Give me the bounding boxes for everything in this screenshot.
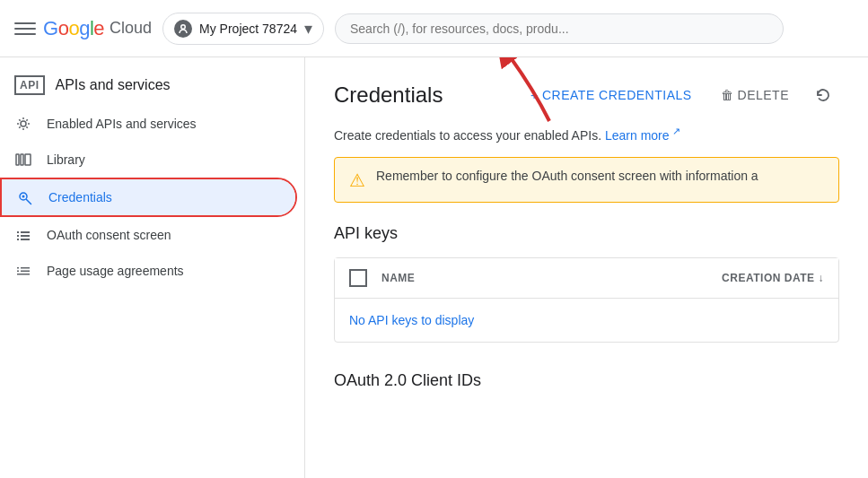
svg-rect-16: [17, 271, 19, 273]
project-icon: [174, 20, 192, 38]
sidebar-label-enabled-apis: Enabled APIs and services: [47, 117, 197, 131]
sidebar-header: API APIs and services: [0, 65, 304, 106]
sidebar: API APIs and services Enabled APIs and s…: [0, 57, 305, 478]
svg-rect-3: [16, 154, 19, 165]
library-icon: [14, 151, 32, 169]
google-cloud-logo[interactable]: Google Cloud: [43, 17, 152, 40]
api-badge: API: [14, 75, 45, 95]
api-keys-title: API keys: [334, 224, 839, 243]
project-name-label: My Project 78724: [199, 22, 297, 36]
sidebar-item-enabled-apis[interactable]: Enabled APIs and services: [0, 106, 297, 142]
col-name-header: Name: [381, 272, 722, 284]
warning-icon: ⚠: [349, 169, 365, 191]
create-credentials-button[interactable]: + CREATE CREDENTIALS: [520, 81, 703, 109]
svg-rect-8: [17, 231, 19, 233]
svg-rect-12: [17, 239, 19, 240]
sidebar-title: APIs and services: [56, 77, 171, 93]
table-select-all-checkbox[interactable]: [349, 269, 367, 287]
oauth-consent-icon: [14, 226, 32, 244]
project-dropdown-arrow: ▾: [304, 19, 312, 39]
sidebar-item-library[interactable]: Library: [0, 142, 297, 178]
svg-point-1: [182, 25, 185, 28]
header: Google Cloud My Project 78724 ▾: [0, 0, 868, 57]
sort-arrow-icon[interactable]: ↓: [819, 272, 825, 284]
logo-letter-g: G: [43, 17, 58, 39]
svg-point-2: [21, 121, 26, 126]
page-usage-icon: [14, 262, 32, 280]
restore-button[interactable]: [807, 79, 839, 111]
sidebar-label-library: Library: [47, 152, 85, 167]
main-content: Credentials + CREATE CREDENTIALS 🗑 DELET…: [305, 57, 868, 478]
main-layout: API APIs and services Enabled APIs and s…: [0, 57, 868, 478]
credentials-icon: [16, 188, 34, 206]
hamburger-menu-icon[interactable]: [14, 18, 36, 39]
svg-rect-10: [17, 235, 19, 237]
svg-rect-5: [25, 154, 31, 165]
header-left: Google Cloud: [14, 17, 152, 40]
sidebar-item-oauth-consent[interactable]: OAuth consent screen: [0, 217, 297, 253]
svg-rect-18: [17, 274, 30, 275]
project-selector[interactable]: My Project 78724 ▾: [162, 13, 324, 45]
svg-rect-17: [21, 271, 30, 273]
sidebar-label-oauth-consent: OAuth consent screen: [47, 228, 171, 242]
warning-banner: ⚠ Remember to configure the OAuth consen…: [334, 157, 839, 203]
svg-rect-15: [21, 267, 30, 269]
svg-rect-13: [21, 239, 30, 240]
warning-text: Remember to configure the OAuth consent …: [376, 169, 758, 183]
search-input[interactable]: [335, 13, 784, 44]
table-empty-message: No API keys to display: [335, 299, 838, 342]
svg-rect-4: [21, 154, 23, 165]
main-header: Credentials + CREATE CREDENTIALS 🗑 DELET…: [334, 79, 839, 111]
logo-letter-o1: o: [58, 17, 69, 39]
svg-point-7: [22, 196, 25, 198]
logo-letter-o2: o: [68, 17, 79, 39]
toolbar-actions: + CREATE CREDENTIALS 🗑 DELETE: [520, 79, 839, 111]
table-header: Name Creation date ↓: [335, 258, 838, 299]
logo-letter-e: e: [93, 17, 104, 39]
sidebar-label-credentials: Credentials: [48, 190, 112, 204]
enabled-apis-icon: [14, 115, 32, 133]
sidebar-label-page-usage: Page usage agreements: [47, 264, 184, 278]
sidebar-item-credentials[interactable]: Credentials: [2, 179, 295, 215]
logo-cloud-text: Cloud: [110, 19, 152, 38]
sidebar-item-page-usage[interactable]: Page usage agreements: [0, 253, 297, 289]
page-title: Credentials: [334, 83, 443, 108]
description-text: Create credentials to access your enable…: [334, 126, 839, 143]
oauth-section-title: OAuth 2.0 Client IDs: [334, 371, 839, 390]
svg-rect-9: [21, 231, 30, 233]
svg-rect-14: [17, 267, 19, 269]
learn-more-link[interactable]: Learn more ↗: [605, 128, 680, 143]
delete-button[interactable]: 🗑 DELETE: [710, 81, 800, 109]
logo-letter-g2: g: [79, 17, 90, 39]
svg-rect-11: [21, 235, 30, 237]
api-keys-table: Name Creation date ↓ No API keys to disp…: [334, 257, 839, 343]
col-date-header: Creation date ↓: [722, 272, 824, 284]
